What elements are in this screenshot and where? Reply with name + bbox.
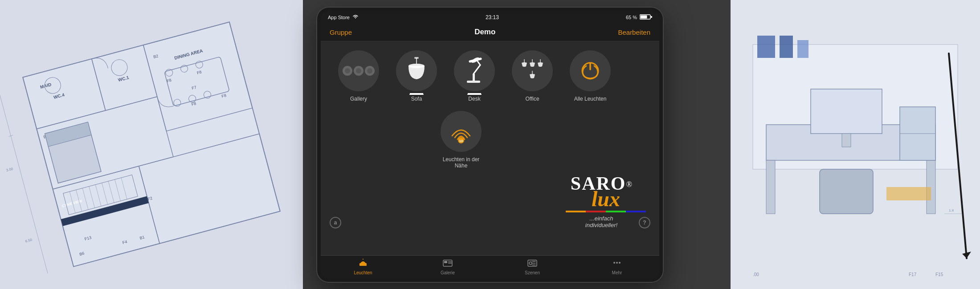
desk-label: Desk xyxy=(468,96,480,102)
office-lamps-icon xyxy=(519,58,546,83)
proximity-circle: 10 xyxy=(441,111,482,152)
svg-text:.00: .00 xyxy=(753,272,759,277)
gallery-circle xyxy=(338,50,379,91)
nav-bar: Gruppe Demo Bearbeiten xyxy=(321,24,659,41)
status-time: 23:13 xyxy=(486,14,499,20)
saro-tagline-container: ...einfach individueller! xyxy=(557,215,646,228)
bar-blue xyxy=(626,211,646,212)
svg-line-88 xyxy=(470,59,481,61)
status-right: 65 % xyxy=(626,14,652,21)
szenen-tab-icon xyxy=(527,259,537,269)
tab-galerie[interactable]: Galerie xyxy=(405,256,490,278)
device-item-proximity[interactable]: 10 Leuchten in der Nähe xyxy=(437,111,486,169)
alle-circle xyxy=(570,50,611,91)
battery-icon xyxy=(640,14,652,21)
bar-green xyxy=(606,211,626,212)
power-icon xyxy=(579,60,601,82)
proximity-icon: 10 xyxy=(448,119,474,143)
svg-point-104 xyxy=(529,262,532,265)
svg-rect-100 xyxy=(444,261,447,263)
device-item-office[interactable]: Office xyxy=(508,50,557,102)
status-bar: App Store 23:13 65 % xyxy=(321,11,659,24)
tab-leuchten[interactable]: Leuchten xyxy=(321,256,405,278)
gallery-label: Gallery xyxy=(350,96,367,102)
info-icon-right: ? xyxy=(643,220,646,226)
svg-rect-62 xyxy=(811,89,882,134)
app-store-text: App Store xyxy=(328,15,350,20)
office-circle xyxy=(512,50,553,91)
proximity-label: Leuchten in der Nähe xyxy=(437,156,486,169)
device-item-gallery[interactable]: Gallery xyxy=(334,50,383,102)
saro-tagline2: individueller! xyxy=(557,222,646,228)
desk-lamp-icon xyxy=(460,56,489,85)
office-label: Office xyxy=(525,96,539,102)
device-item-sofa[interactable]: Sofa xyxy=(392,50,441,102)
nav-title: Demo xyxy=(474,28,495,37)
svg-rect-79 xyxy=(651,16,652,18)
saro-color-bars xyxy=(566,211,646,212)
bar-orange xyxy=(566,211,586,212)
svg-text:10: 10 xyxy=(459,139,463,143)
svg-text:F17: F17 xyxy=(909,272,917,277)
saro-registered: ® xyxy=(626,179,633,188)
main-content: Gallery xyxy=(321,41,659,255)
mehr-tab-label: Mehr xyxy=(612,270,622,275)
sofa-label: Sofa xyxy=(411,96,422,102)
gallery-icon xyxy=(343,66,375,76)
svg-rect-68 xyxy=(886,187,931,200)
svg-rect-63 xyxy=(842,134,851,147)
nav-bearbeiten-button[interactable]: Bearbeiten xyxy=(618,28,650,36)
saro-logo-container: SARO® lux xyxy=(557,174,646,212)
svg-rect-76 xyxy=(797,40,808,58)
device-item-alle[interactable]: Alle Leuchten xyxy=(566,50,615,102)
svg-point-106 xyxy=(616,262,618,264)
sofa-lamp-icon xyxy=(402,56,431,85)
device-row-1: Gallery xyxy=(334,50,646,102)
info-icon-left: a xyxy=(334,220,337,226)
mehr-tab-icon xyxy=(612,259,622,269)
svg-line-85 xyxy=(474,65,480,74)
sofa-circle xyxy=(396,50,437,91)
bar-red xyxy=(586,211,606,212)
svg-rect-83 xyxy=(467,81,480,83)
svg-rect-78 xyxy=(641,15,647,18)
svg-rect-61 xyxy=(820,169,873,214)
galerie-tab-icon xyxy=(443,259,453,269)
svg-rect-82 xyxy=(414,57,419,59)
info-button-left[interactable]: a xyxy=(330,217,341,228)
svg-rect-84 xyxy=(473,74,475,81)
battery-text: 65 % xyxy=(626,15,637,20)
galerie-tab-label: Galerie xyxy=(441,270,455,275)
lux-text: lux xyxy=(592,187,620,211)
svg-rect-75 xyxy=(780,36,793,58)
device-item-desk[interactable]: Desk xyxy=(450,50,499,102)
leuchten-tab-icon xyxy=(358,259,368,269)
ipad-screen: App Store 23:13 65 % xyxy=(321,11,659,278)
nav-gruppe-button[interactable]: Gruppe xyxy=(330,28,352,36)
tab-mehr[interactable]: Mehr xyxy=(575,256,659,278)
ipad-device: App Store 23:13 65 % xyxy=(316,7,664,283)
status-left: App Store xyxy=(328,14,359,20)
tab-szenen[interactable]: Szenen xyxy=(490,256,575,278)
szenen-tab-label: Szenen xyxy=(525,270,540,275)
svg-rect-74 xyxy=(757,36,775,58)
desk-circle xyxy=(454,50,495,91)
wifi-icon xyxy=(352,14,359,20)
svg-text:1.8: 1.8 xyxy=(949,208,954,212)
svg-rect-97 xyxy=(359,263,367,266)
saro-tagline: ...einfach xyxy=(557,215,646,222)
info-button-right[interactable]: ? xyxy=(639,217,650,228)
svg-point-107 xyxy=(619,262,621,264)
office-background: F15 F17 .00 1.8 xyxy=(731,0,980,289)
device-row-2: 10 Leuchten in der Nähe xyxy=(334,111,646,169)
saro-logo-area: SARO® lux ...einfach individueller! xyxy=(557,174,646,228)
svg-text:F15: F15 xyxy=(935,272,943,277)
alle-label: Alle Leuchten xyxy=(574,96,607,102)
svg-line-86 xyxy=(477,61,480,65)
tab-bar: Leuchten Galerie xyxy=(321,255,659,278)
blueprint-background: WC.4 WC.1 MAID DINING AREA BEDROOM 1 CTI… xyxy=(0,0,303,289)
svg-rect-59 xyxy=(766,160,775,214)
svg-point-105 xyxy=(613,262,615,264)
leuchten-tab-label: Leuchten xyxy=(354,270,372,275)
